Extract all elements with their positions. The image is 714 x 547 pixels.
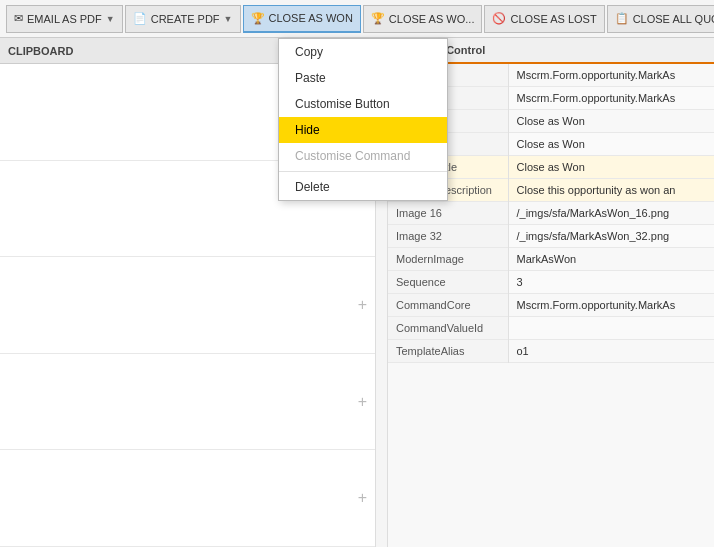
left-row-5: + xyxy=(0,450,387,547)
close-as-wo2-button[interactable]: 🏆 CLOSE AS WO... xyxy=(363,5,483,33)
property-row: Sequence3 xyxy=(388,271,714,294)
toolbar: ✉ EMAIL AS PDF ▼ 📄 CREATE PDF ▼ 🏆 CLOSE … xyxy=(0,0,714,38)
plus-icon-3[interactable]: + xyxy=(358,489,367,507)
prop-label: Image 32 xyxy=(388,225,508,248)
pdf-icon: 📄 xyxy=(133,12,147,25)
prop-value[interactable]: o1 xyxy=(508,340,714,363)
prop-value[interactable]: Close as Won xyxy=(508,110,714,133)
prop-value[interactable]: /_imgs/sfa/MarkAsWon_16.png xyxy=(508,202,714,225)
close-as-lost-button[interactable]: 🚫 CLOSE AS LOST xyxy=(484,5,604,33)
left-row-3: + xyxy=(0,257,387,354)
customise-command-menu-item: Customise Command xyxy=(279,143,447,169)
property-row: TemplateAliaso1 xyxy=(388,340,714,363)
prop-label: TemplateAlias xyxy=(388,340,508,363)
prop-value[interactable] xyxy=(508,317,714,340)
prop-label: CommandValueId xyxy=(388,317,508,340)
left-row-4: + xyxy=(0,354,387,451)
prop-label: Sequence xyxy=(388,271,508,294)
won2-icon: 🏆 xyxy=(371,12,385,25)
property-row: Image 32/_imgs/sfa/MarkAsWon_32.png xyxy=(388,225,714,248)
quotes-icon: 📋 xyxy=(615,12,629,25)
prop-label: ModernImage xyxy=(388,248,508,271)
prop-value[interactable]: Mscrm.Form.opportunity.MarkAs xyxy=(508,294,714,317)
property-row: CommandValueId xyxy=(388,317,714,340)
close-as-lost-label: CLOSE AS LOST xyxy=(510,13,596,25)
prop-label: CommandCore xyxy=(388,294,508,317)
context-menu: Copy Paste Customise Button Hide Customi… xyxy=(278,38,448,201)
prop-label: Image 16 xyxy=(388,202,508,225)
prop-value[interactable]: /_imgs/sfa/MarkAsWon_32.png xyxy=(508,225,714,248)
won-icon: 🏆 xyxy=(251,12,265,25)
hide-menu-item[interactable]: Hide xyxy=(279,117,447,143)
prop-value[interactable]: MarkAsWon xyxy=(508,248,714,271)
prop-value[interactable]: Close as Won xyxy=(508,133,714,156)
email-as-pdf-arrow[interactable]: ▼ xyxy=(106,14,115,24)
email-as-pdf-label: EMAIL AS PDF xyxy=(27,13,102,25)
email-as-pdf-button[interactable]: ✉ EMAIL AS PDF ▼ xyxy=(6,5,123,33)
customise-button-menu-item[interactable]: Customise Button xyxy=(279,91,447,117)
paste-menu-item[interactable]: Paste xyxy=(279,65,447,91)
property-row: ModernImageMarkAsWon xyxy=(388,248,714,271)
plus-icon-1[interactable]: + xyxy=(358,296,367,314)
create-pdf-arrow[interactable]: ▼ xyxy=(224,14,233,24)
property-row: CommandCoreMscrm.Form.opportunity.MarkAs xyxy=(388,294,714,317)
close-all-quotes-label: CLOSE ALL QUOTES xyxy=(633,13,714,25)
property-row: Image 16/_imgs/sfa/MarkAsWon_16.png xyxy=(388,202,714,225)
plus-icon-2[interactable]: + xyxy=(358,393,367,411)
menu-divider xyxy=(279,171,447,172)
prop-value[interactable]: Close this opportunity as won an xyxy=(508,179,714,202)
delete-menu-item[interactable]: Delete xyxy=(279,174,447,200)
create-pdf-label: CREATE PDF xyxy=(151,13,220,25)
lost-icon: 🚫 xyxy=(492,12,506,25)
close-as-wo2-label: CLOSE AS WO... xyxy=(389,13,475,25)
email-icon: ✉ xyxy=(14,12,23,25)
create-pdf-button[interactable]: 📄 CREATE PDF ▼ xyxy=(125,5,241,33)
copy-menu-item[interactable]: Copy xyxy=(279,39,447,65)
prop-value[interactable]: Mscrm.Form.opportunity.MarkAs xyxy=(508,64,714,87)
close-as-won-label: CLOSE AS WON xyxy=(269,12,353,24)
close-all-quotes-button[interactable]: 📋 CLOSE ALL QUOTES xyxy=(607,5,714,33)
prop-value[interactable]: Close as Won xyxy=(508,156,714,179)
close-as-won-button[interactable]: 🏆 CLOSE AS WON xyxy=(243,5,361,33)
prop-value[interactable]: 3 xyxy=(508,271,714,294)
prop-value[interactable]: Mscrm.Form.opportunity.MarkAs xyxy=(508,87,714,110)
